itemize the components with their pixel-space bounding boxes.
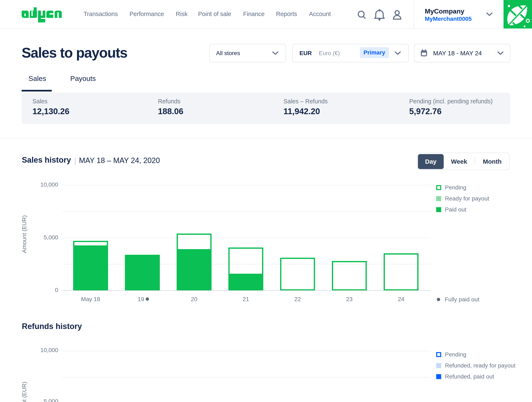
svg-text:5,000: 5,000 bbox=[44, 234, 58, 241]
svg-text:Amount (EUR): Amount (EUR) bbox=[21, 382, 27, 402]
svg-text:10,000: 10,000 bbox=[40, 347, 58, 353]
svg-text:24: 24 bbox=[398, 296, 404, 302]
svg-text:10,000: 10,000 bbox=[40, 181, 58, 188]
svg-text:21: 21 bbox=[242, 296, 249, 302]
svg-text:19: 19 bbox=[138, 296, 144, 302]
svg-text:20: 20 bbox=[191, 296, 197, 302]
svg-text:5,000: 5,000 bbox=[44, 398, 58, 402]
svg-text:Amount (EUR): Amount (EUR) bbox=[21, 215, 27, 253]
svg-text:22: 22 bbox=[294, 296, 301, 302]
svg-text:0: 0 bbox=[55, 287, 58, 293]
svg-text:May 18: May 18 bbox=[81, 296, 100, 302]
svg-text:23: 23 bbox=[346, 296, 352, 302]
